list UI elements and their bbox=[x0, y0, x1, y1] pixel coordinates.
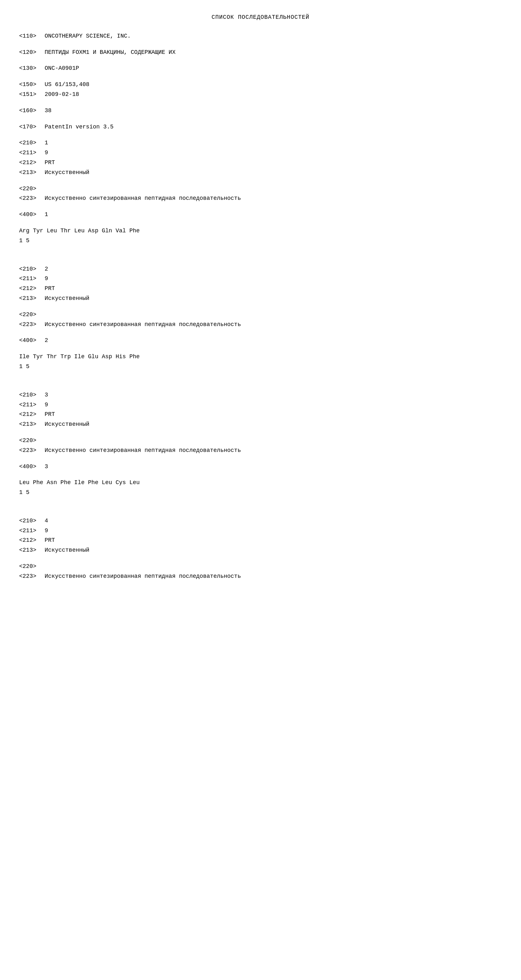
field-150: <150> US 61/153,408 bbox=[19, 80, 502, 89]
field-160: <160> 38 bbox=[19, 106, 502, 115]
seq2-field-210: <210> 2 bbox=[19, 264, 502, 274]
seq4-field-211: <211> 9 bbox=[19, 526, 502, 535]
sequence-3: <210> 3 <211> 9 <212> PRT <213> Искусств… bbox=[19, 390, 502, 497]
seq4-field-220: <220> bbox=[19, 562, 502, 571]
seq1-field-213: <213> Искусственный bbox=[19, 168, 502, 177]
seq1-field-220: <220> bbox=[19, 184, 502, 193]
seq3-numbers: 1 5 bbox=[19, 488, 502, 497]
tag-120: <120> bbox=[19, 48, 45, 57]
seq4-field-213: <213> Искусственный bbox=[19, 546, 502, 555]
seq3-field-212: <212> PRT bbox=[19, 410, 502, 419]
seq3-field-220: <220> bbox=[19, 436, 502, 445]
field-120: <120> ПЕПТИДЫ FOXM1 И ВАКЦИНЫ, СОДЕРЖАЩИ… bbox=[19, 48, 502, 57]
seq1-amino: Arg Tyr Leu Thr Leu Asp Gln Val Phe bbox=[19, 226, 502, 235]
tag-150: <150> bbox=[19, 80, 45, 89]
value-151: 2009-02-18 bbox=[45, 90, 79, 99]
seq3-amino: Leu Phe Asn Phe Ile Phe Leu Cys Leu bbox=[19, 478, 502, 487]
tag-130: <130> bbox=[19, 64, 45, 73]
seq2-amino: Ile Tyr Thr Trp Ile Glu Asp His Phe bbox=[19, 352, 502, 361]
tag-170: <170> bbox=[19, 123, 45, 132]
sequence-2: <210> 2 <211> 9 <212> PRT <213> Искусств… bbox=[19, 264, 502, 371]
seq4-field-210: <210> 4 bbox=[19, 516, 502, 525]
seq4-field-212: <212> PRT bbox=[19, 536, 502, 545]
field-110: <110> ONCOTHERAPY SCIENCE, INC. bbox=[19, 32, 502, 41]
tag-110: <110> bbox=[19, 32, 45, 41]
value-110: ONCOTHERAPY SCIENCE, INC. bbox=[45, 32, 131, 41]
seq1-field-211: <211> 9 bbox=[19, 148, 502, 158]
seq1-numbers: 1 5 bbox=[19, 236, 502, 245]
seq3-field-223: <223> Искусственно синтезированная пепти… bbox=[19, 446, 502, 455]
value-120: ПЕПТИДЫ FOXM1 И ВАКЦИНЫ, СОДЕРЖАЩИЕ ИХ bbox=[45, 48, 175, 57]
tag-151: <151> bbox=[19, 90, 45, 99]
seq2-field-212: <212> PRT bbox=[19, 284, 502, 293]
seq3-field-211: <211> 9 bbox=[19, 400, 502, 409]
page-title: СПИСОК ПОСЛЕДОВАТЕЛЬНОСТЕЙ bbox=[19, 13, 502, 22]
seq1-field-223: <223> Искусственно синтезированная пепти… bbox=[19, 194, 502, 203]
tag-160: <160> bbox=[19, 106, 45, 115]
value-150: US 61/153,408 bbox=[45, 80, 89, 89]
seq2-field-213: <213> Искусственный bbox=[19, 294, 502, 303]
seq3-field-400: <400> 3 bbox=[19, 462, 502, 471]
value-170: PatentIn version 3.5 bbox=[45, 123, 113, 132]
seq2-numbers: 1 5 bbox=[19, 362, 502, 371]
seq1-field-212: <212> PRT bbox=[19, 158, 502, 167]
sequence-1: <210> 1 <211> 9 <212> PRT <213> Искусств… bbox=[19, 138, 502, 245]
seq2-field-211: <211> 9 bbox=[19, 274, 502, 283]
seq1-field-210: <210> 1 bbox=[19, 138, 502, 148]
value-160: 38 bbox=[45, 106, 52, 115]
seq3-field-210: <210> 3 bbox=[19, 390, 502, 400]
field-151: <151> 2009-02-18 bbox=[19, 90, 502, 99]
seq3-field-213: <213> Искусственный bbox=[19, 420, 502, 429]
seq2-field-400: <400> 2 bbox=[19, 336, 502, 345]
seq4-field-223: <223> Искусственно синтезированная пепти… bbox=[19, 572, 502, 581]
seq2-field-223: <223> Искусственно синтезированная пепти… bbox=[19, 320, 502, 329]
seq2-field-220: <220> bbox=[19, 310, 502, 319]
value-130: ONC-A0901P bbox=[45, 64, 79, 73]
fields-section: <110> ONCOTHERAPY SCIENCE, INC. <120> ПЕ… bbox=[19, 32, 502, 132]
seq1-field-400: <400> 1 bbox=[19, 210, 502, 219]
field-170: <170> PatentIn version 3.5 bbox=[19, 123, 502, 132]
sequence-4: <210> 4 <211> 9 <212> PRT <213> Искусств… bbox=[19, 516, 502, 581]
field-130: <130> ONC-A0901P bbox=[19, 64, 502, 73]
